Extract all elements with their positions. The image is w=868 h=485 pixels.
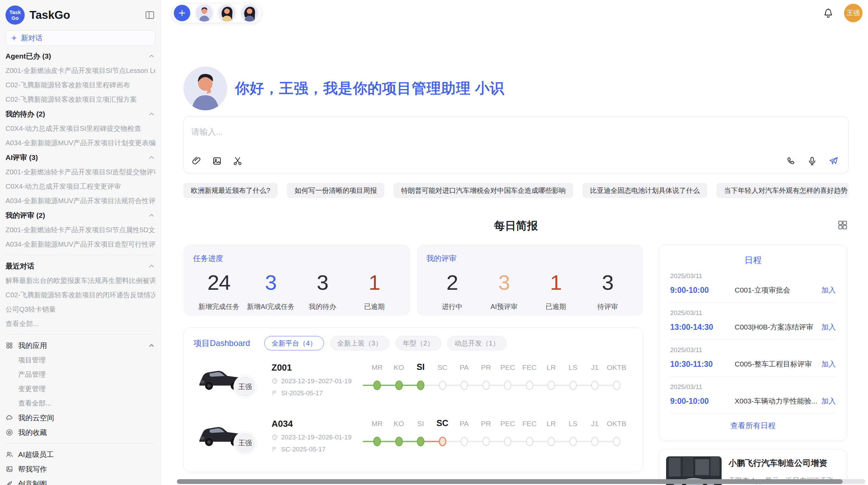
sidebar-tool-item-label: 帮我写作 [18, 464, 47, 474]
dashboard-filter-tab[interactable]: 动总开发（1） [447, 336, 507, 350]
recent-chat-item[interactable]: C02-飞腾新能源轻客改款项目的闭环通告反馈情况 [5, 288, 155, 302]
milestone-dot [417, 381, 424, 390]
milestone-label: KO [394, 363, 404, 372]
agent-avatar-3[interactable] [241, 4, 258, 22]
sidebar-task-item[interactable]: A034-全新新能源MUV产品开发项目计划变更表编写 [5, 136, 155, 150]
sidebar-task-item[interactable]: C02-飞腾新能源轻客改款项目立项汇报方案 [5, 92, 155, 107]
app-sub-item[interactable]: 产品管理 [5, 367, 155, 382]
agent-avatar-2[interactable] [218, 4, 236, 22]
grid-layout-icon[interactable] [837, 219, 848, 231]
project-row[interactable]: 王强Z0012023-12-19~2027-01-19SI-2025-05-17… [193, 352, 633, 407]
dashboard-filter-tab[interactable]: 年型（2） [396, 336, 441, 350]
suggestion-chip[interactable]: 欧洲新规最近颁布了什么? [183, 183, 278, 198]
sidebar-tool-item[interactable]: 创意制图 [5, 476, 155, 485]
image-icon[interactable] [212, 156, 222, 166]
recent-chat-item[interactable]: 解释最新出台的欧盟报废车法规再生塑料比例被调至15%... [5, 273, 155, 288]
sidebar-section-header[interactable]: 我的待办 (2) [5, 107, 155, 121]
my-apps-header[interactable]: 我的应用 [5, 338, 155, 353]
schedule-join-link[interactable]: 加入 [821, 396, 836, 406]
project-owner-badge: 王强 [234, 375, 256, 398]
suggestion-chip[interactable]: 特朗普可能对进口汽车增税会对中国车企造成哪些影响 [394, 183, 573, 198]
project-flag: SI-2025-05-17 [272, 389, 363, 397]
schedule-view-all-link[interactable]: 查看所有日程 [670, 421, 836, 431]
send-icon[interactable] [828, 156, 839, 166]
recent-chats-view-all[interactable]: 查看全部... [5, 316, 155, 331]
schedule-item: 2025/03/119:00-10:00C001-立项审批会加入 [670, 266, 836, 303]
sidebar-task-item[interactable]: C0X4-动力总成开发项目工程变更评审 [5, 179, 155, 194]
app-sub-item[interactable]: 变更管理 [5, 382, 155, 396]
phone-icon[interactable] [786, 156, 796, 166]
sidebar-task-item[interactable]: Z001-全新燃油皮卡产品开发项目SI节点Lesson Learn报告 [5, 63, 155, 78]
agent-switcher-pill [171, 3, 262, 23]
schedule-join-link[interactable]: 加入 [821, 285, 836, 295]
dashboard-filter-tab[interactable]: 全新平台（4） [264, 336, 324, 350]
sidebar-task-item[interactable]: C02-飞腾新能源轻客改款项目里程碑画布 [5, 78, 155, 92]
milestone-dot [482, 381, 490, 390]
suggestion-chip[interactable]: 当下年轻人对汽车外观有怎样的喜好趋势 [716, 183, 848, 198]
stat-value: 1 [348, 271, 400, 294]
user-avatar[interactable]: 王强 [844, 4, 863, 22]
stat-value: 24 [193, 271, 245, 294]
app-sub-item[interactable]: 项目管理 [5, 353, 155, 367]
composer-actions [786, 156, 839, 166]
sidebar-storage-item-label: 我的云空间 [18, 413, 54, 423]
schedule-title: 日程 [670, 254, 836, 266]
right-column: 日程 2025/03/119:00-10:00C001-立项审批会加入2025/… [659, 245, 847, 485]
sidebar-tool-item[interactable]: AI超级员工 [5, 447, 155, 462]
bell-icon[interactable] [823, 8, 834, 18]
project-flag-text: SC-2025-05-17 [281, 446, 326, 453]
app-title: TaskGo [29, 9, 144, 22]
schedule-row: 9:00-10:00C001-立项审批会加入 [670, 285, 836, 295]
paperclip-icon[interactable] [191, 156, 202, 166]
new-chat-button[interactable]: 新对话 [5, 30, 155, 46]
stat-value: 1 [530, 271, 582, 294]
main-content: 你好，王强，我是你的项目管理助理 小识 欧洲新规最近颁布了什么?如何写一份清晰的… [161, 66, 868, 485]
recent-chats-header[interactable]: 最近对话 [5, 259, 155, 273]
suggestion-chip[interactable]: 比亚迪全固态电池计划具体说了什么 [582, 183, 707, 198]
sidebar-tool-item[interactable]: 帮我写作 [5, 462, 155, 476]
microphone-icon[interactable] [807, 156, 817, 166]
sidebar-section-header[interactable]: AI评审 (3) [5, 150, 155, 165]
scissors-icon[interactable] [232, 156, 243, 166]
sidebar-task-item[interactable]: A034-全新新能源MUV产品开发项目法规符合性评审 [5, 194, 155, 208]
schedule-time: 13:00-14:30 [670, 323, 735, 332]
project-info: A0342023-12-19~2026-01-19SC-2025-05-17 [272, 419, 363, 453]
agent-avatar-1[interactable] [196, 4, 213, 22]
sidebar-task-item[interactable]: C0X4-动力总成开发项目SI里程碑提交物检查 [5, 121, 155, 136]
project-name: Z001 [272, 362, 363, 373]
composer-tools [191, 156, 243, 166]
flag-icon [272, 390, 278, 396]
sidebar-section-header[interactable]: 我的评审 (2) [5, 208, 155, 223]
stat: 1已逾期 [530, 271, 582, 311]
sidebar-task-item[interactable]: A034-全新新能源MUV产品开发项目造型可行性评审 [5, 237, 155, 251]
schedule-join-link[interactable]: 加入 [821, 359, 836, 369]
sidebar-storage-item[interactable]: 我的收藏 [5, 425, 155, 440]
app-sub-item[interactable]: 查看全部... [5, 396, 155, 410]
schedule-join-link[interactable]: 加入 [821, 322, 836, 332]
milestone-dot [526, 381, 533, 390]
add-agent-button[interactable] [174, 5, 190, 21]
project-row[interactable]: 王强A0342023-12-19~2026-01-19SC-2025-05-17… [193, 409, 633, 463]
plus-icon [11, 35, 17, 41]
sidebar-task-item[interactable]: Z001-全新燃油轻卡产品开发项目SI造型提交物评审 [5, 165, 155, 179]
new-chat-label: 新对话 [21, 33, 43, 43]
sidebar-storage-item[interactable]: 我的云空间 [5, 410, 155, 425]
message-input[interactable] [191, 127, 590, 137]
horizontal-scrollbar-thumb[interactable] [177, 479, 843, 484]
sidebar-section-header[interactable]: Agent已办 (3) [5, 49, 155, 63]
milestone-dot [373, 381, 381, 390]
my-apps-title: 我的应用 [18, 341, 143, 350]
recent-chat-item[interactable]: 公司Q3轻卡销量 [5, 302, 155, 316]
sidebar-task-item[interactable]: Z001-全新燃油轻卡产品开发项目SI节点属性5D文件评审 [5, 223, 155, 237]
dashboard-filter-tab[interactable]: 全新上装（3） [330, 336, 389, 350]
dashboard-filter-tabs: 全新平台（4）全新上装（3）年型（2）动总开发（1） [264, 336, 507, 350]
schedule-time: 9:00-10:00 [670, 286, 735, 295]
sidebar-section-title: 我的评审 (2) [5, 211, 45, 220]
milestone-label: PEC [500, 420, 515, 428]
milestone-dot [613, 381, 620, 390]
milestone-dot [504, 381, 511, 390]
sidebar-collapse-icon[interactable] [144, 10, 155, 21]
stat: 3AI预评审 [478, 271, 530, 311]
suggestion-chip[interactable]: 如何写一份清晰的项目周报 [287, 183, 384, 198]
chevron-up-icon [148, 110, 155, 118]
